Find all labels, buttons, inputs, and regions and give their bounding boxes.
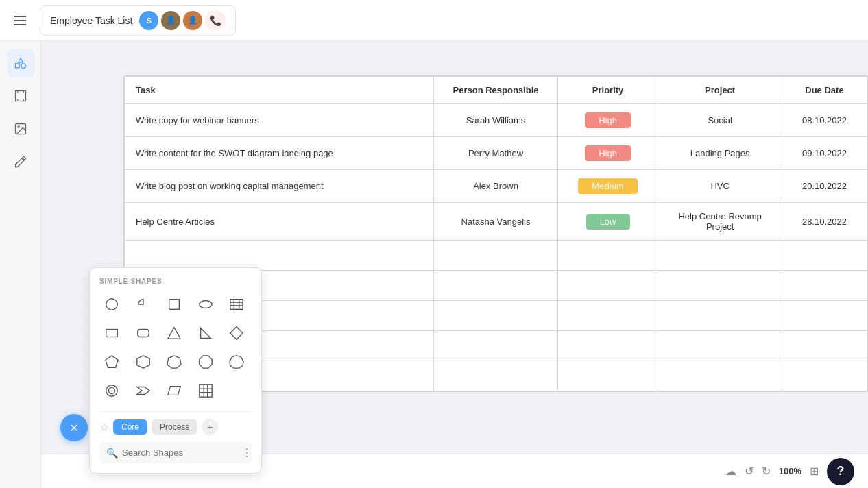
svg-marker-26 — [230, 356, 243, 368]
shape-grid[interactable] — [193, 378, 218, 403]
svg-rect-31 — [200, 385, 212, 397]
document-title: Employee Task List — [50, 15, 132, 26]
due-date-cell: 20.10.2022 — [782, 170, 867, 203]
table-row: Write content for the SWOT diagram landi… — [125, 137, 867, 170]
priority-cell: Low — [557, 203, 658, 241]
main-area: Task Person Responsible Priority Project… — [0, 41, 868, 488]
shape-circle[interactable] — [99, 292, 124, 317]
shape-rect[interactable] — [99, 321, 124, 345]
shapes-tool[interactable] — [7, 49, 34, 77]
image-tool[interactable] — [7, 115, 34, 143]
shape-ring[interactable] — [99, 378, 124, 403]
shape-right-triangle[interactable] — [193, 321, 218, 345]
svg-rect-10 — [169, 300, 180, 310]
shape-chevron[interactable] — [131, 378, 156, 403]
shape-diamond[interactable] — [224, 321, 249, 345]
priority-badge: Medium — [578, 178, 637, 194]
grid-icon[interactable]: ⊞ — [810, 465, 819, 478]
table-row: Help Centre Articles Natasha Vangelis Lo… — [125, 203, 867, 241]
shape-arc[interactable] — [131, 292, 156, 317]
due-date-cell: 28.10.2022 — [782, 203, 867, 241]
priority-badge: High — [585, 145, 631, 161]
svg-point-9 — [106, 299, 118, 310]
topbar: Employee Task List S 👤 👤 📞 — [0, 0, 868, 41]
search-shapes-input[interactable] — [122, 448, 237, 458]
svg-marker-22 — [106, 356, 118, 367]
svg-marker-30 — [168, 387, 180, 395]
menu-button[interactable] — [11, 13, 29, 28]
col-header-priority: Priority — [557, 77, 658, 104]
svg-rect-17 — [106, 330, 118, 337]
shape-parallelogram[interactable] — [162, 378, 186, 403]
task-cell: Write blog post on working capital manag… — [125, 170, 434, 203]
table-row: Write blog post on working capital manag… — [125, 170, 867, 203]
search-icon: 🔍 — [106, 448, 118, 459]
cloud-icon[interactable]: ☁ — [725, 465, 736, 478]
tab-process[interactable]: Process — [152, 419, 197, 435]
canvas-area[interactable]: Task Person Responsible Priority Project… — [41, 41, 868, 488]
redo-icon[interactable]: ↻ — [762, 465, 771, 478]
frame-tool[interactable] — [7, 82, 34, 110]
star-icon[interactable]: ☆ — [99, 421, 109, 434]
search-row: 🔍 ⋮ — [99, 442, 252, 463]
tab-core[interactable]: Core — [113, 419, 147, 435]
avatar-group: S 👤 👤 📞 — [139, 10, 226, 31]
more-options-icon[interactable]: ⋮ — [241, 446, 252, 459]
undo-icon[interactable]: ↺ — [745, 465, 754, 478]
shape-square[interactable] — [162, 292, 186, 317]
svg-marker-24 — [167, 356, 181, 368]
project-cell: Landing Pages — [658, 137, 782, 170]
person-cell: Perry Mathew — [434, 137, 558, 170]
shape-table[interactable] — [224, 292, 249, 317]
svg-marker-23 — [136, 356, 149, 368]
svg-rect-1 — [15, 64, 19, 68]
shape-pentagon[interactable] — [99, 350, 124, 374]
due-date-cell: 08.10.2022 — [782, 104, 867, 137]
svg-rect-12 — [230, 300, 243, 310]
svg-marker-20 — [200, 328, 210, 339]
col-header-person: Person Responsible — [434, 77, 558, 104]
priority-cell: High — [557, 104, 658, 137]
svg-point-8 — [17, 126, 19, 128]
left-sidebar — [0, 41, 41, 488]
phone-icon[interactable]: 📞 — [205, 10, 226, 31]
col-header-task: Task — [125, 77, 434, 104]
person-cell: Natasha Vangelis — [434, 203, 558, 241]
task-cell: Help Centre Articles — [125, 203, 434, 241]
col-header-due: Due Date — [782, 77, 867, 104]
shape-octagon[interactable] — [193, 350, 218, 374]
shapes-panel: SIMPLE SHAPES — [89, 267, 262, 474]
tab-add-button[interactable]: + — [202, 419, 218, 435]
priority-badge: High — [585, 112, 631, 128]
zoom-level: 100% — [779, 466, 801, 476]
task-cell: Write content for the SWOT diagram landi… — [125, 137, 434, 170]
svg-point-27 — [106, 385, 118, 397]
avatar-1: 👤 — [161, 11, 180, 30]
table-row: Write copy for webinar banners Sarah Wil… — [125, 104, 867, 137]
svg-rect-2 — [15, 91, 25, 101]
svg-point-0 — [21, 64, 25, 69]
priority-cell: Medium — [557, 170, 658, 203]
priority-badge: Low — [586, 214, 630, 230]
fab-close-button[interactable]: × — [60, 414, 88, 441]
due-date-cell: 09.10.2022 — [782, 137, 867, 170]
shapes-grid — [99, 292, 252, 403]
shape-heptagon[interactable] — [162, 350, 186, 374]
draw-tool[interactable] — [7, 148, 34, 175]
svg-marker-25 — [200, 356, 212, 368]
svg-rect-18 — [137, 330, 149, 337]
avatar-s: S — [139, 11, 158, 30]
shape-hexagon[interactable] — [131, 350, 156, 374]
col-header-project: Project — [658, 77, 782, 104]
shape-rounded-rect[interactable] — [131, 321, 156, 345]
shapes-section-title: SIMPLE SHAPES — [99, 278, 252, 285]
shape-triangle[interactable] — [162, 321, 186, 345]
help-button[interactable]: ? — [827, 458, 854, 485]
shape-ellipse[interactable] — [193, 292, 218, 317]
svg-marker-19 — [168, 328, 180, 339]
shape-decagon[interactable] — [224, 350, 249, 374]
svg-marker-21 — [230, 327, 243, 339]
task-cell: Write copy for webinar banners — [125, 104, 434, 137]
project-cell: Help Centre Revamp Project — [658, 203, 782, 241]
empty-row — [125, 241, 867, 271]
